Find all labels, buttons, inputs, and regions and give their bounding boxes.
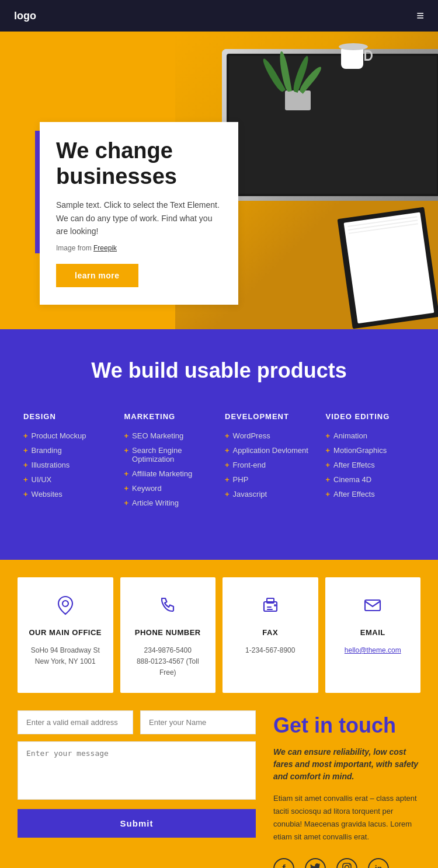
name-input[interactable]: [140, 710, 256, 734]
list-item: Animation: [326, 431, 415, 440]
list-item: UI/UX: [23, 475, 113, 484]
email-input[interactable]: [18, 710, 133, 734]
development-list: WordPress Application Devloment Front-en…: [225, 431, 314, 499]
learn-more-button[interactable]: learn more: [56, 264, 138, 287]
products-title: We build usable products: [23, 358, 415, 383]
svg-rect-5: [267, 609, 273, 610]
svg-rect-4: [267, 606, 272, 608]
form-row-top: [18, 710, 256, 734]
products-grid: DESIGN Product Mockup Branding Illustrat…: [23, 412, 415, 513]
list-item: Front-end: [225, 461, 314, 469]
logo: logo: [14, 10, 36, 22]
phone-icon: [130, 595, 207, 621]
email-info: hello@theme.com: [335, 645, 412, 656]
list-item: Illustrations: [23, 461, 113, 469]
fax-info: 1-234-567-8900: [232, 645, 309, 656]
list-item: PHP: [225, 475, 314, 484]
hero-laptop-image: [222, 49, 438, 201]
contact-form: Submit: [18, 710, 256, 868]
products-section: We build usable products DESIGN Product …: [0, 329, 438, 560]
list-item: Search Engine Optimization: [124, 446, 214, 463]
design-heading: DESIGN: [23, 412, 113, 421]
message-textarea[interactable]: [18, 741, 256, 800]
hero-accent-bar: [35, 131, 40, 253]
email-icon: [335, 595, 412, 621]
products-col-video: VIDEO EDITING Animation MotionGraphics A…: [326, 412, 415, 513]
office-title: OUR MAIN OFFICE: [27, 628, 104, 637]
linkedin-icon[interactable]: in: [368, 858, 389, 868]
hero-subtitle: Sample text. Click to select the Text El…: [56, 198, 222, 238]
get-in-touch-text: Etiam sit amet convallis erat – class ap…: [273, 792, 420, 843]
hero-image-credit: Image from Freepik: [56, 244, 222, 252]
list-item: Affiliate Marketing: [124, 469, 214, 478]
fax-title: FAX: [232, 628, 309, 637]
form-section: Submit Get in touch We can ensure reliab…: [0, 693, 438, 868]
get-in-touch: Get in touch We can ensure reliability, …: [273, 710, 420, 868]
social-icons: f in: [273, 858, 420, 868]
hamburger-menu-icon[interactable]: ≡: [416, 8, 424, 23]
contact-card-phone: PHONE NUMBER 234-9876-5400 888-0123-4567…: [120, 577, 216, 693]
video-list: Animation MotionGraphics After Effetcs C…: [326, 431, 415, 499]
email-link[interactable]: hello@theme.com: [345, 646, 401, 654]
get-in-touch-subtitle: We can ensure reliability, low cost fare…: [273, 746, 420, 783]
list-item: Application Devloment: [225, 446, 314, 455]
contact-card-office: OUR MAIN OFFICE SoHo 94 Broadway St New …: [18, 577, 113, 693]
location-icon: [27, 595, 104, 621]
office-info: SoHo 94 Broadway St New York, NY 1001: [27, 645, 104, 667]
navbar: logo ≡: [0, 0, 438, 32]
marketing-heading: MARKETING: [124, 412, 214, 421]
get-in-touch-title: Get in touch: [273, 714, 420, 737]
facebook-icon[interactable]: f: [273, 858, 294, 868]
svg-point-8: [345, 865, 349, 868]
contact-card-email: EMAIL hello@theme.com: [325, 577, 421, 693]
list-item: After Effects: [326, 490, 415, 499]
twitter-icon[interactable]: [305, 858, 326, 868]
hero-section: We change businesses Sample text. Click …: [0, 32, 438, 329]
hero-plant-image: [274, 46, 321, 110]
instagram-icon[interactable]: [336, 858, 357, 868]
contact-card-fax: FAX 1-234-567-8900: [223, 577, 318, 693]
list-item: SEO Marketing: [124, 431, 214, 440]
development-heading: DEVELOPMENT: [225, 412, 314, 421]
marketing-list: SEO Marketing Search Engine Optimization…: [124, 431, 214, 507]
video-heading: VIDEO EDITING: [326, 412, 415, 421]
freepik-link[interactable]: Freepik: [93, 244, 117, 252]
svg-rect-6: [365, 600, 380, 611]
list-item: Cinema 4D: [326, 475, 415, 484]
list-item: After Effetcs: [326, 461, 415, 469]
phone-title: PHONE NUMBER: [130, 628, 207, 637]
list-item: Product Mockup: [23, 431, 113, 440]
svg-point-3: [274, 604, 276, 606]
svg-point-9: [349, 864, 350, 865]
list-item: Javascript: [225, 490, 314, 499]
svg-point-0: [62, 601, 68, 606]
list-item: MotionGraphics: [326, 446, 415, 455]
list-item: WordPress: [225, 431, 314, 440]
email-title: EMAIL: [335, 628, 412, 637]
contact-cards-grid: OUR MAIN OFFICE SoHo 94 Broadway St New …: [18, 577, 420, 693]
products-col-design: DESIGN Product Mockup Branding Illustrat…: [23, 412, 113, 513]
list-item: Websites: [23, 490, 113, 499]
contact-cards-section: OUR MAIN OFFICE SoHo 94 Broadway St New …: [0, 560, 438, 693]
submit-button[interactable]: Submit: [18, 809, 256, 838]
list-item: Keyword: [124, 484, 214, 493]
phone-info: 234-9876-5400 888-0123-4567 (Toll Free): [130, 645, 207, 679]
hero-notebook-image: [338, 207, 438, 329]
fax-icon: [232, 595, 309, 621]
products-col-marketing: MARKETING SEO Marketing Search Engine Op…: [124, 412, 214, 513]
products-col-development: DEVELOPMENT WordPress Application Devlom…: [225, 412, 314, 513]
list-item: Branding: [23, 446, 113, 455]
design-list: Product Mockup Branding Illustrations UI…: [23, 431, 113, 499]
list-item: Article Writing: [124, 499, 214, 507]
hero-title: We change businesses: [56, 138, 222, 189]
hero-card: We change businesses Sample text. Click …: [40, 122, 238, 305]
hero-coffee-image: [339, 43, 368, 72]
